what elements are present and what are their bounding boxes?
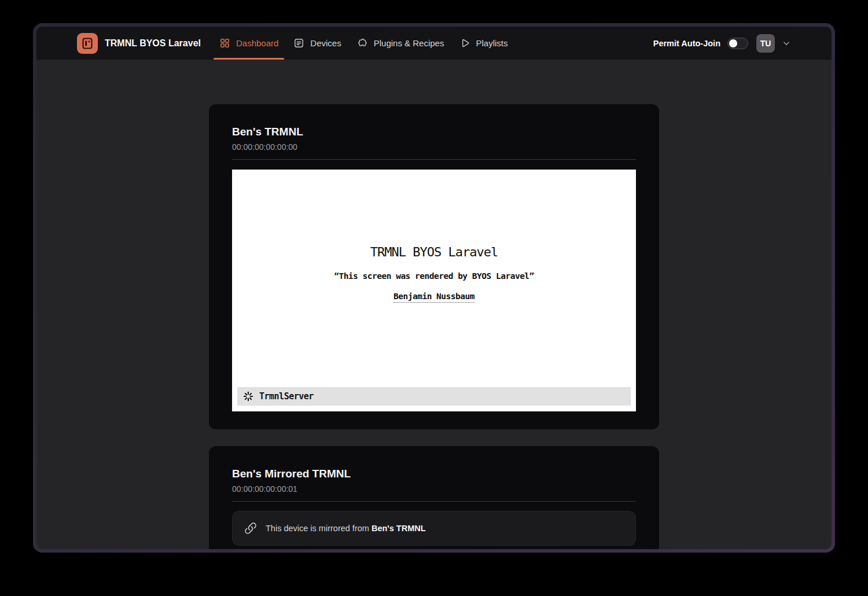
nav-item-playlists[interactable]: Playlists xyxy=(453,27,513,60)
device-mac-address: 00:00:00:00:00:00 xyxy=(232,142,636,152)
brand[interactable]: TRMNL BYOS Laravel xyxy=(77,27,201,60)
app-window-content: TRMNL BYOS Laravel Dashboard xyxy=(36,27,832,549)
device-name: Ben's TRMNL xyxy=(232,126,636,139)
eink-screen-preview: TRMNL BYOS Laravel “This screen was rend… xyxy=(232,170,636,411)
link-icon xyxy=(244,522,257,535)
nav-item-label: Plugins & Recipes xyxy=(374,38,444,48)
nav-item-plugins[interactable]: Plugins & Recipes xyxy=(351,27,450,60)
toggle-knob xyxy=(729,39,737,47)
navbar: TRMNL BYOS Laravel Dashboard xyxy=(36,27,832,60)
nav-menu: Dashboard Devices xyxy=(214,27,514,60)
device-name: Ben's Mirrored TRMNL xyxy=(232,468,636,481)
device-mac-address: 00:00:00:00:00:01 xyxy=(232,484,636,494)
mirror-source-device: Ben's TRMNL xyxy=(372,524,426,533)
app-title: TRMNL BYOS Laravel xyxy=(105,38,201,49)
screen-quote: “This screen was rendered by BYOS Larave… xyxy=(232,271,636,281)
mirror-notice-text: This device is mirrored from Ben's TRMNL xyxy=(266,524,426,533)
app-window: TRMNL BYOS Laravel Dashboard xyxy=(33,23,835,553)
nav-item-dashboard[interactable]: Dashboard xyxy=(214,27,284,60)
nav-item-label: Playlists xyxy=(476,38,507,48)
nav-item-devices[interactable]: Devices xyxy=(288,27,347,60)
user-menu-button[interactable] xyxy=(782,39,791,48)
permit-auto-join-toggle[interactable] xyxy=(727,38,748,49)
chevron-down-icon xyxy=(782,39,791,48)
screen-content: TRMNL BYOS Laravel “This screen was rend… xyxy=(232,170,636,303)
nav-item-label: Dashboard xyxy=(236,38,278,48)
divider xyxy=(232,159,636,160)
screen-status-bar: TrmnlServer xyxy=(237,387,631,406)
user-avatar[interactable]: TU xyxy=(756,34,775,53)
divider xyxy=(232,501,636,502)
play-icon xyxy=(459,38,470,49)
device-card: Ben's Mirrored TRMNL 00:00:00:00:00:01 T… xyxy=(209,446,659,549)
devices-list-icon xyxy=(293,38,304,49)
puzzle-icon xyxy=(356,38,368,49)
navbar-right: Permit Auto-Join TU xyxy=(653,27,791,60)
mirror-notice-prefix: This device is mirrored from xyxy=(266,524,372,533)
dashboard-grid-icon xyxy=(219,38,230,49)
screen-status-label: TrmnlServer xyxy=(259,391,314,402)
permit-auto-join-label: Permit Auto-Join xyxy=(653,39,720,48)
main-content: Ben's TRMNL 00:00:00:00:00:00 TRMNL BYOS… xyxy=(36,60,832,549)
trmnl-logo-icon xyxy=(77,33,98,54)
screen-author-link: Benjamin Nussbaum xyxy=(393,292,475,303)
mirror-notice: This device is mirrored from Ben's TRMNL xyxy=(232,511,636,546)
spinner-icon xyxy=(243,391,253,402)
device-card: Ben's TRMNL 00:00:00:00:00:00 TRMNL BYOS… xyxy=(209,104,659,429)
devices-container: Ben's TRMNL 00:00:00:00:00:00 TRMNL BYOS… xyxy=(209,60,659,549)
screen-title: TRMNL BYOS Laravel xyxy=(232,245,636,259)
nav-item-label: Devices xyxy=(310,38,341,48)
